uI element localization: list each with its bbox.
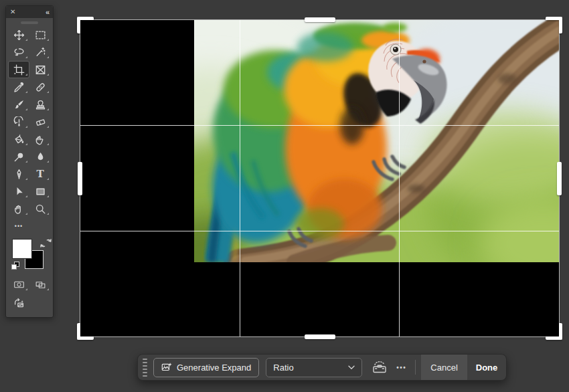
tool-rectangular-marquee[interactable] [29, 26, 51, 43]
screen-mode-icon [35, 279, 46, 290]
default-colors-icon[interactable] [11, 261, 20, 270]
crop-grid-line-horizontal-2 [80, 231, 559, 231]
crop-grid-line-horizontal-1 [80, 125, 559, 126]
color-swatches [6, 237, 53, 274]
tool-frame[interactable] [29, 61, 51, 78]
tool-path-selection[interactable] [8, 183, 29, 200]
panel-grip[interactable] [21, 21, 38, 24]
close-panel-icon[interactable]: ✕ [10, 9, 15, 15]
healing-brush-icon [35, 82, 46, 93]
smudge-finger-icon [35, 134, 46, 145]
tool-crop[interactable] [8, 61, 29, 78]
ratio-dropdown-label: Ratio [273, 363, 293, 373]
share-image-row [6, 294, 53, 312]
screen-mode-button[interactable] [29, 276, 51, 293]
selection-arrow-icon [13, 186, 25, 197]
crop-handle-bottom-left[interactable] [77, 323, 94, 340]
foreground-color-swatch[interactable] [13, 239, 31, 258]
marquee-icon [35, 29, 46, 41]
crop-grid-line-vertical-1 [240, 20, 240, 336]
tools-panel-header: ✕ « [6, 6, 53, 18]
type-tool-icon: T [36, 169, 44, 179]
tool-eraser[interactable] [29, 113, 51, 130]
crop-handle-top-left[interactable] [77, 17, 94, 33]
task-bar-divider [415, 360, 416, 375]
done-button[interactable]: Done [467, 363, 507, 373]
crop-handle-bottom-right[interactable] [546, 323, 562, 340]
tool-pen[interactable] [8, 165, 29, 183]
tool-zoom[interactable] [29, 200, 51, 217]
tool-brush[interactable] [8, 96, 29, 113]
tool-dodge[interactable] [8, 148, 29, 165]
blur-drop-icon [35, 151, 46, 163]
generative-expand-icon [161, 362, 172, 373]
rotate-image-icon[interactable] [13, 298, 25, 309]
cancel-button[interactable]: Cancel [421, 355, 467, 380]
collapse-panel-icon[interactable]: « [46, 9, 49, 16]
crop-icon [13, 64, 25, 76]
crop-grid-line-vertical-2 [399, 20, 400, 336]
move-icon [13, 29, 25, 41]
rectangle-shape-icon [35, 186, 46, 197]
tools-grid-spacer [29, 217, 51, 235]
eyedropper-icon [13, 82, 25, 93]
tools-grid: T ••• [6, 26, 53, 235]
parrot-photo [194, 20, 559, 262]
paint-bucket-icon [13, 134, 25, 145]
tools-panel: ✕ « [5, 5, 54, 318]
ratio-dropdown[interactable]: Ratio [266, 358, 362, 377]
crop-handle-top[interactable] [305, 17, 335, 22]
chevron-down-icon [348, 365, 355, 370]
quick-mask-button[interactable] [8, 276, 29, 293]
swap-colors-icon[interactable] [40, 237, 52, 249]
history-brush-icon [13, 116, 25, 128]
tool-move[interactable] [8, 26, 29, 43]
tool-edit-toolbar[interactable]: ••• [8, 217, 29, 235]
frame-icon [35, 64, 46, 76]
crop-handle-right[interactable] [557, 162, 562, 195]
tool-spot-healing[interactable] [29, 78, 51, 96]
eraser-icon [35, 116, 46, 128]
more-options-button[interactable]: ••• [396, 364, 406, 371]
hand-icon [13, 203, 25, 215]
tool-lasso[interactable] [8, 43, 29, 61]
tool-rectangle-shape[interactable] [29, 183, 51, 200]
generative-expand-label: Generative Expand [177, 363, 251, 373]
generative-expand-button[interactable]: Generative Expand [153, 358, 259, 377]
more-tools-icon: ••• [15, 223, 23, 229]
tool-clone-stamp[interactable] [29, 96, 51, 113]
mode-buttons [6, 276, 53, 293]
crop-handle-bottom[interactable] [305, 334, 335, 339]
tool-history-brush[interactable] [8, 113, 29, 130]
tool-blur[interactable] [29, 148, 51, 165]
tool-paint-bucket[interactable] [8, 130, 29, 148]
crop-box[interactable] [80, 20, 559, 336]
zoom-magnifier-icon [35, 203, 46, 215]
crop-handle-left[interactable] [78, 162, 82, 195]
quick-mask-icon [13, 279, 25, 290]
brush-icon [13, 99, 25, 110]
pen-icon [13, 169, 25, 180]
straighten-camera-icon [372, 361, 388, 374]
contextual-task-bar: Generative Expand Ratio ••• Cancel Done [137, 354, 507, 381]
clone-stamp-icon [35, 99, 46, 110]
straighten-button[interactable] [372, 361, 388, 374]
lasso-icon [13, 47, 25, 58]
tool-hand[interactable] [8, 200, 29, 217]
magic-wand-icon [35, 47, 46, 58]
tool-eyedropper[interactable] [8, 78, 29, 96]
tool-type[interactable]: T [29, 165, 51, 183]
crop-handle-top-right[interactable] [546, 17, 562, 33]
task-bar-drag-handle[interactable] [143, 359, 147, 377]
dodge-icon [13, 151, 25, 163]
tool-magic-wand[interactable] [29, 43, 51, 61]
tool-smudge[interactable] [29, 130, 51, 148]
